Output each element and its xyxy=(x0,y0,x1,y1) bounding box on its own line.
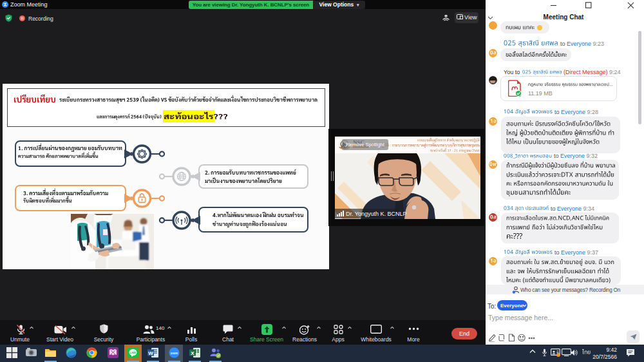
svg-text:LINE: LINE xyxy=(130,351,136,354)
svg-text:X: X xyxy=(191,350,194,356)
svg-text:zoom: zoom xyxy=(171,352,178,355)
svg-text:W: W xyxy=(148,350,153,356)
